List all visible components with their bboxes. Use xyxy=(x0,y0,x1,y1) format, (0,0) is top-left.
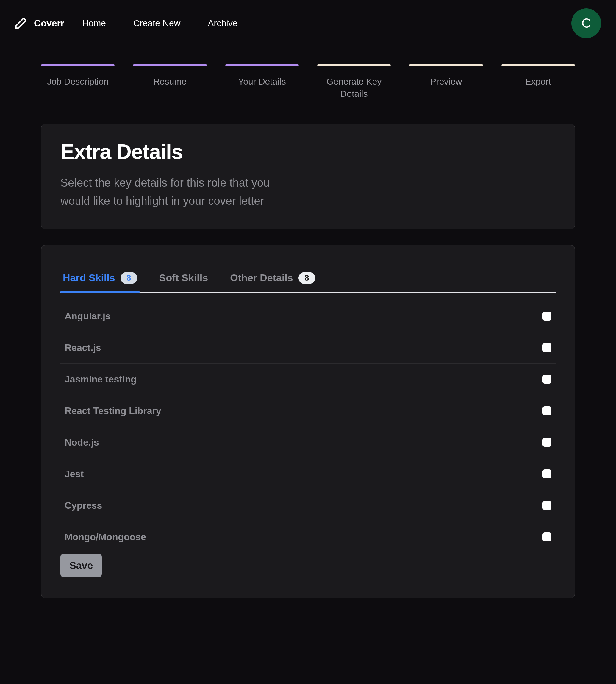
step-bar xyxy=(41,64,115,66)
tab-label: Soft Skills xyxy=(159,272,208,284)
tab-badge: 8 xyxy=(120,272,137,284)
step-preview[interactable]: Preview xyxy=(409,64,483,100)
skill-row[interactable]: Angular.js xyxy=(60,299,556,332)
brand-name: Coverr xyxy=(34,18,64,29)
pencil-icon xyxy=(14,17,27,30)
skill-name: React Testing Library xyxy=(65,405,161,416)
tab-badge: 8 xyxy=(299,272,315,284)
step-label: Resume xyxy=(133,75,206,88)
skill-name: Mongo/Mongoose xyxy=(65,532,146,543)
step-label: Generate Key Details xyxy=(317,75,391,100)
step-resume[interactable]: Resume xyxy=(133,64,206,100)
step-job-description[interactable]: Job Description xyxy=(41,64,115,100)
checkbox[interactable] xyxy=(543,375,551,384)
checkbox[interactable] xyxy=(543,312,551,321)
skill-name: Angular.js xyxy=(65,311,111,322)
main-nav: Home Create New Archive xyxy=(82,18,238,28)
skill-name: Jasmine testing xyxy=(65,374,137,385)
actions: Save xyxy=(60,553,556,577)
step-label: Your Details xyxy=(225,75,299,88)
tab-other-details[interactable]: Other Details 8 xyxy=(230,272,315,292)
step-bar xyxy=(225,64,299,66)
skill-name: Jest xyxy=(65,468,84,480)
checkbox[interactable] xyxy=(543,532,551,542)
skill-row[interactable]: Jest xyxy=(60,458,556,490)
brand[interactable]: Coverr xyxy=(14,17,64,30)
header-left: Coverr Home Create New Archive xyxy=(14,17,238,30)
skill-row[interactable]: Cypress xyxy=(60,490,556,522)
skill-list: Angular.js React.js Jasmine testing Reac… xyxy=(60,293,556,553)
skill-name: Cypress xyxy=(65,500,102,511)
page-subtitle: Select the key details for this role tha… xyxy=(60,174,281,210)
avatar-initial: C xyxy=(581,16,591,31)
step-generate-key-details[interactable]: Generate Key Details xyxy=(317,64,391,100)
stepper: Job Description Resume Your Details Gene… xyxy=(0,46,616,100)
skill-name: Node.js xyxy=(65,437,99,448)
step-bar xyxy=(501,64,575,66)
tab-label: Hard Skills xyxy=(63,272,115,284)
tab-label: Other Details xyxy=(230,272,293,284)
step-export[interactable]: Export xyxy=(501,64,575,100)
skill-row[interactable]: React.js xyxy=(60,332,556,364)
tab-hard-skills[interactable]: Hard Skills 8 xyxy=(63,272,137,292)
checkbox[interactable] xyxy=(543,406,551,415)
checkbox[interactable] xyxy=(543,501,551,510)
intro-card: Extra Details Select the key details for… xyxy=(41,124,575,229)
skill-name: React.js xyxy=(65,342,101,353)
step-bar xyxy=(133,64,206,66)
skill-row[interactable]: Mongo/Mongoose xyxy=(60,522,556,553)
step-bar xyxy=(409,64,483,66)
nav-home[interactable]: Home xyxy=(82,18,106,28)
save-button[interactable]: Save xyxy=(60,554,102,577)
step-bar xyxy=(317,64,391,66)
skills-card: Hard Skills 8 Soft Skills Other Details … xyxy=(41,245,575,598)
checkbox[interactable] xyxy=(543,438,551,447)
header: Coverr Home Create New Archive C xyxy=(0,0,616,46)
avatar[interactable]: C xyxy=(571,8,601,38)
skill-row[interactable]: React Testing Library xyxy=(60,395,556,427)
skill-row[interactable]: Jasmine testing xyxy=(60,364,556,395)
checkbox[interactable] xyxy=(543,343,551,352)
step-label: Job Description xyxy=(41,75,115,88)
step-your-details[interactable]: Your Details xyxy=(225,64,299,100)
nav-create-new[interactable]: Create New xyxy=(133,18,180,28)
tab-soft-skills[interactable]: Soft Skills xyxy=(159,272,208,292)
step-label: Export xyxy=(501,75,575,88)
step-label: Preview xyxy=(409,75,483,88)
checkbox[interactable] xyxy=(543,469,551,478)
nav-archive[interactable]: Archive xyxy=(208,18,238,28)
tabs: Hard Skills 8 Soft Skills Other Details … xyxy=(60,272,556,293)
skill-row[interactable]: Node.js xyxy=(60,427,556,458)
page-title: Extra Details xyxy=(60,140,556,164)
